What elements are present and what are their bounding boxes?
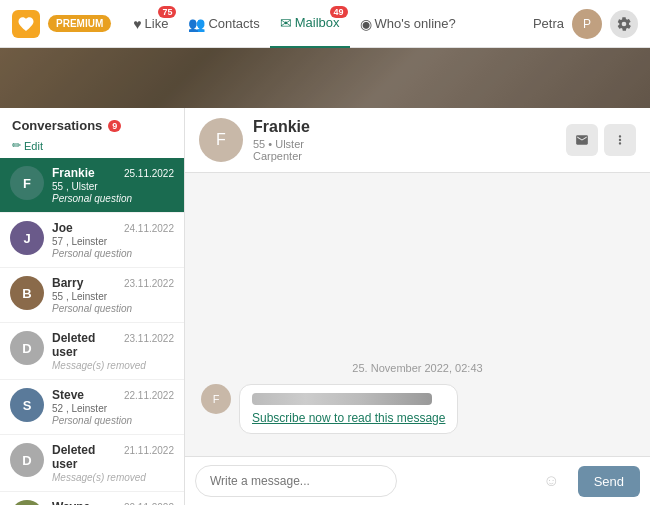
app-logo bbox=[12, 10, 40, 38]
send-button[interactable]: Send bbox=[578, 466, 640, 497]
settings-button[interactable] bbox=[610, 10, 638, 38]
nav-contacts[interactable]: 👥 Contacts bbox=[178, 0, 269, 48]
conv-info: Deleted user23.11.2022Message(s) removed bbox=[52, 331, 174, 371]
conv-age-location: 57 , Leinster bbox=[52, 236, 174, 247]
conv-date: 22.11.2022 bbox=[124, 390, 174, 401]
more-options-button[interactable] bbox=[604, 124, 636, 156]
conv-name: Steve bbox=[52, 388, 84, 402]
pencil-icon: ✏ bbox=[12, 139, 21, 152]
conv-name: Wayne bbox=[52, 500, 90, 505]
nav-online-label: Who's online? bbox=[375, 16, 456, 31]
conv-age-location: 55 , Leinster bbox=[52, 291, 174, 302]
chat-user-meta: 55 • Ulster bbox=[253, 138, 566, 150]
conv-last-message: Personal question bbox=[52, 193, 174, 204]
email-action-button[interactable] bbox=[566, 124, 598, 156]
sender-avatar-initials: F bbox=[213, 393, 220, 405]
conv-last-message: Personal question bbox=[52, 248, 174, 259]
message-input[interactable] bbox=[195, 465, 397, 497]
conv-avatar: F bbox=[10, 166, 44, 200]
conv-avatar: S bbox=[10, 388, 44, 422]
nav-online[interactable]: ◉ Who's online? bbox=[350, 0, 466, 48]
sidebar: Conversations 9 ✏ Edit FFrankie25.11.202… bbox=[0, 108, 185, 505]
conv-age-location: 55 , Ulster bbox=[52, 181, 174, 192]
contacts-icon: 👥 bbox=[188, 16, 205, 32]
conversations-badge: 9 bbox=[108, 120, 121, 132]
main-layout: Conversations 9 ✏ Edit FFrankie25.11.202… bbox=[0, 108, 650, 505]
edit-label: Edit bbox=[24, 140, 43, 152]
conv-last-message: Message(s) removed bbox=[52, 472, 174, 483]
conv-last-message: Personal question bbox=[52, 303, 174, 314]
header-right: Petra P bbox=[533, 9, 638, 39]
message-bubble: Subscribe now to read this message bbox=[239, 384, 458, 434]
online-icon: ◉ bbox=[360, 16, 372, 32]
conv-name: Deleted user bbox=[52, 443, 120, 471]
conv-name: Frankie bbox=[52, 166, 95, 180]
mailbox-badge: 49 bbox=[330, 6, 348, 18]
conv-info: Steve22.11.202252 , LeinsterPersonal que… bbox=[52, 388, 174, 426]
conv-info: Joe24.11.202257 , LeinsterPersonal quest… bbox=[52, 221, 174, 259]
conversation-item[interactable]: DDeleted user23.11.2022Message(s) remove… bbox=[0, 323, 184, 380]
sender-avatar: F bbox=[201, 384, 231, 414]
conversation-item[interactable]: DDeleted user21.11.2022Message(s) remove… bbox=[0, 435, 184, 492]
chat-user-info: Frankie 55 • Ulster Carpenter bbox=[253, 118, 566, 162]
message-input-wrapper: ☺ bbox=[195, 465, 570, 497]
conv-date: 23.11.2022 bbox=[124, 333, 174, 344]
chat-messages: 25. November 2022, 02:43 F Subscribe now… bbox=[185, 173, 650, 456]
nav-contacts-label: Contacts bbox=[208, 16, 259, 31]
chat-header-actions bbox=[566, 124, 636, 156]
conv-name: Joe bbox=[52, 221, 73, 235]
conversation-item[interactable]: WWayne20.11.202250 , LeinsterPersonal qu… bbox=[0, 492, 184, 505]
message-timestamp: 25. November 2022, 02:43 bbox=[201, 362, 634, 374]
conversation-item[interactable]: FFrankie25.11.202255 , UlsterPersonal qu… bbox=[0, 158, 184, 213]
hero-image bbox=[0, 48, 650, 108]
conv-date: 25.11.2022 bbox=[124, 168, 174, 179]
edit-link[interactable]: ✏ Edit bbox=[0, 139, 184, 158]
chat-avatar-initials: F bbox=[216, 131, 226, 149]
premium-badge: PREMIUM bbox=[48, 15, 111, 32]
conversations-title: Conversations bbox=[12, 118, 102, 133]
conv-name: Deleted user bbox=[52, 331, 120, 359]
conv-last-message: Personal question bbox=[52, 415, 174, 426]
user-avatar[interactable]: P bbox=[572, 9, 602, 39]
conv-date: 23.11.2022 bbox=[124, 278, 174, 289]
conv-avatar: W bbox=[10, 500, 44, 505]
blurred-message bbox=[252, 393, 432, 405]
conv-info: Frankie25.11.202255 , UlsterPersonal que… bbox=[52, 166, 174, 204]
conv-name: Barry bbox=[52, 276, 83, 290]
likes-badge: 75 bbox=[158, 6, 176, 18]
conv-date: 24.11.2022 bbox=[124, 223, 174, 234]
conv-date: 21.11.2022 bbox=[124, 445, 174, 456]
app-header: PREMIUM ♥ Like 75 👥 Contacts ✉ Mailbox 4… bbox=[0, 0, 650, 48]
chat-area: F Frankie 55 • Ulster Carpenter 25. Nove… bbox=[185, 108, 650, 505]
conv-avatar: B bbox=[10, 276, 44, 310]
chat-user-job: Carpenter bbox=[253, 150, 566, 162]
mailbox-icon: ✉ bbox=[280, 15, 292, 31]
avatar-initials: P bbox=[583, 17, 591, 31]
conv-avatar: J bbox=[10, 221, 44, 255]
conv-age-location: 52 , Leinster bbox=[52, 403, 174, 414]
conversations-header: Conversations 9 bbox=[0, 108, 184, 139]
nav-heart-icon: ♥ bbox=[133, 16, 141, 32]
conversation-item[interactable]: JJoe24.11.202257 , LeinsterPersonal ques… bbox=[0, 213, 184, 268]
conv-avatar: D bbox=[10, 331, 44, 365]
chat-user-avatar: F bbox=[199, 118, 243, 162]
chat-input-area: ☺ Send bbox=[185, 456, 650, 505]
conv-last-message: Message(s) removed bbox=[52, 360, 174, 371]
conv-info: Barry23.11.202255 , LeinsterPersonal que… bbox=[52, 276, 174, 314]
nav-likes[interactable]: ♥ Like 75 bbox=[123, 0, 178, 48]
chat-header: F Frankie 55 • Ulster Carpenter bbox=[185, 108, 650, 173]
chat-user-name: Frankie bbox=[253, 118, 566, 136]
user-name: Petra bbox=[533, 16, 564, 31]
nav-likes-label: Like bbox=[145, 16, 169, 31]
emoji-icon[interactable]: ☺ bbox=[543, 472, 559, 490]
conv-avatar: D bbox=[10, 443, 44, 477]
conversation-item[interactable]: SSteve22.11.202252 , LeinsterPersonal qu… bbox=[0, 380, 184, 435]
conv-info: Wayne20.11.202250 , LeinsterPersonal que… bbox=[52, 500, 174, 505]
conv-info: Deleted user21.11.2022Message(s) removed bbox=[52, 443, 174, 483]
subscribe-link[interactable]: Subscribe now to read this message bbox=[252, 411, 445, 425]
message-row: F Subscribe now to read this message bbox=[201, 384, 634, 434]
nav-mailbox[interactable]: ✉ Mailbox 49 bbox=[270, 0, 350, 48]
conversation-list: FFrankie25.11.202255 , UlsterPersonal qu… bbox=[0, 158, 184, 505]
conversation-item[interactable]: BBarry23.11.202255 , LeinsterPersonal qu… bbox=[0, 268, 184, 323]
